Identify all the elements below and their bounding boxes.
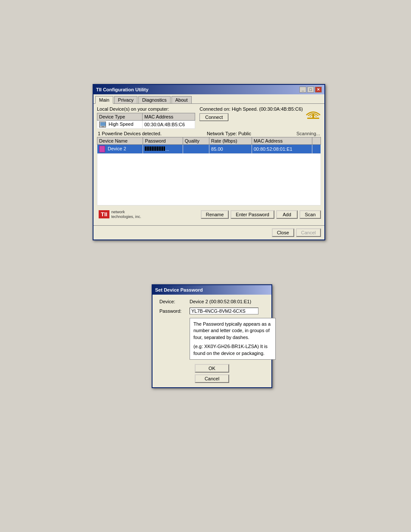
rename-button[interactable]: Rename bbox=[201, 210, 229, 219]
cancel-button[interactable]: Cancel bbox=[296, 228, 321, 237]
powerline-detected-text: 1 Powerline Devices detected. bbox=[98, 131, 162, 136]
dialog-buttons: OK Cancel bbox=[159, 364, 265, 383]
powerline-password-cell: ... bbox=[143, 145, 183, 154]
powerline-detected-bar: 1 Powerline Devices detected. Network Ty… bbox=[97, 131, 321, 136]
scan-button[interactable]: Scan bbox=[299, 210, 321, 219]
title-bar-buttons: _ □ ✕ bbox=[299, 87, 322, 93]
col-device-type: Device Type bbox=[97, 113, 143, 121]
close-button[interactable]: Close bbox=[272, 228, 294, 237]
enter-password-button[interactable]: Enter Password bbox=[230, 210, 274, 219]
tab-main[interactable]: Main bbox=[95, 96, 113, 104]
powerline-empty-cell bbox=[97, 154, 321, 205]
tab-bar: Main Privacy Diagnostics About bbox=[93, 94, 324, 104]
logo-line1: network bbox=[111, 210, 141, 215]
ok-button[interactable]: OK bbox=[195, 364, 229, 373]
local-devices-table: Device Type MAC Address High Speed bbox=[97, 113, 195, 129]
connected-text: Connected on: High Speed. (00:30:0A:4B:B… bbox=[199, 106, 303, 112]
add-button[interactable]: Add bbox=[276, 210, 298, 219]
logo-line2: technologies, inc. bbox=[111, 215, 141, 219]
powerline-device-row[interactable]: Device 2 ... 85.00 00:80:52:08:01:E1 bbox=[97, 145, 321, 154]
window-content: Local Device(s) on your computer: Device… bbox=[93, 104, 324, 224]
title-bar: TII Configuration Utility _ □ ✕ bbox=[93, 85, 324, 94]
col-password: Password bbox=[143, 137, 183, 145]
dialog-cancel-button[interactable]: Cancel bbox=[195, 374, 229, 383]
info-text: The Password typically appears as a numb… bbox=[193, 321, 272, 341]
bottom-buttons: Close Cancel bbox=[93, 225, 324, 240]
window-title: TII Configuration Utility bbox=[96, 87, 149, 92]
action-buttons: Rename Enter Password Add Scan bbox=[201, 210, 321, 219]
col-mac-address2: MAC Address bbox=[252, 137, 312, 145]
device-value: Device 2 (00:80:52:08:01:E1) bbox=[190, 299, 251, 304]
powerline-mac-cell: 00:80:52:08:01:E1 bbox=[252, 145, 312, 154]
powerline-rate-cell: 85.00 bbox=[209, 145, 252, 154]
powerline-device-name-cell: Device 2 bbox=[97, 145, 143, 154]
password-input[interactable] bbox=[190, 308, 258, 314]
minimize-button[interactable]: _ bbox=[299, 87, 306, 93]
device-row: Device: Device 2 (00:80:52:08:01:E1) bbox=[159, 299, 265, 304]
tab-about[interactable]: About bbox=[171, 96, 192, 103]
tab-diagnostics[interactable]: Diagnostics bbox=[138, 96, 171, 103]
powerline-device-icon bbox=[99, 146, 105, 152]
tab-privacy[interactable]: Privacy bbox=[114, 96, 137, 103]
svg-rect-1 bbox=[312, 114, 314, 118]
local-device-type-cell: High Speed bbox=[97, 121, 143, 129]
dialog-title-text: Set Device Password bbox=[155, 287, 203, 292]
close-window-button[interactable]: ✕ bbox=[315, 87, 322, 93]
col-rate: Rate (Mbps) bbox=[209, 137, 252, 145]
local-device-row: High Speed 00:30:0A:4B:B5:C6 bbox=[97, 121, 195, 129]
powerline-quality-cell bbox=[183, 145, 209, 154]
network-type-text: Network Type: Public bbox=[207, 131, 251, 136]
password-row: Password: bbox=[159, 308, 265, 314]
set-password-dialog: Set Device Password Device: Device 2 (00… bbox=[152, 284, 272, 388]
logo-area: TII network technologies, inc. bbox=[97, 208, 143, 221]
network-icon bbox=[305, 106, 321, 120]
quality-bar bbox=[145, 146, 165, 151]
powerline-extra-cell bbox=[312, 145, 321, 154]
col-extra bbox=[312, 137, 321, 145]
dialog-title: Set Device Password bbox=[153, 285, 271, 295]
powerline-device-name: Device 2 bbox=[108, 146, 126, 151]
info-box: The Password typically appears as a numb… bbox=[190, 318, 276, 360]
col-device-name: Device Name bbox=[97, 137, 143, 145]
computer-icon bbox=[99, 121, 106, 128]
local-device-mac: 00:30:0A:4B:B5:C6 bbox=[142, 121, 195, 129]
local-devices-label: Local Device(s) on your computer: bbox=[97, 106, 195, 112]
device-label: Device: bbox=[159, 299, 190, 304]
local-device-type: High Speed bbox=[109, 121, 134, 127]
logo-text: network technologies, inc. bbox=[111, 210, 141, 219]
powerline-devices-table: Device Name Password Quality Rate (Mbps)… bbox=[97, 137, 321, 205]
connected-area: Connected on: High Speed. (00:30:0A:4B:B… bbox=[199, 106, 321, 121]
col-mac-address: MAC Address bbox=[142, 113, 195, 121]
dialog-content: Device: Device 2 (00:80:52:08:01:E1) Pas… bbox=[153, 295, 271, 387]
password-label: Password: bbox=[159, 308, 190, 314]
example-text: (e.g: XK0Y-GH26-BR1K-LZSA) It is found o… bbox=[193, 343, 272, 357]
col-quality: Quality bbox=[183, 137, 209, 145]
connect-button[interactable]: Connect bbox=[199, 113, 228, 121]
svg-rect-0 bbox=[307, 118, 319, 119]
powerline-empty-row bbox=[97, 154, 321, 205]
main-window: TII Configuration Utility _ □ ✕ Main Pri… bbox=[93, 84, 325, 240]
maximize-button[interactable]: □ bbox=[307, 87, 314, 93]
scanning-text: Scanning... bbox=[296, 131, 320, 136]
logo-box: TII bbox=[99, 210, 109, 218]
